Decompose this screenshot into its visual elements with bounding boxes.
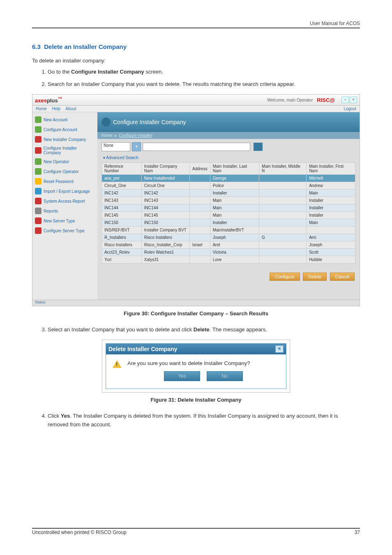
configure-button[interactable]: Configure — [270, 273, 300, 281]
sidebar-icon — [35, 168, 42, 175]
table-row[interactable]: INC150INC150InstallerMain — [102, 219, 355, 227]
step-2: Search for an Installer Company that you… — [48, 80, 360, 88]
panel-icon — [101, 118, 111, 127]
footer-left: Uncontrolled when printed © RISCO Group — [32, 530, 127, 535]
figure-31-dialog: Delete Installer Company × Are you sure … — [102, 340, 290, 393]
step-1: Go to the Configure Installer Company sc… — [48, 68, 360, 76]
panel-title: Configure Installer Company — [113, 119, 186, 125]
column-header[interactable]: Reference Number — [102, 163, 142, 175]
risco-logo: RISC@ — [317, 97, 335, 103]
menu-about[interactable]: About — [65, 106, 76, 111]
search-input[interactable] — [143, 143, 250, 151]
search-button[interactable] — [254, 143, 263, 151]
dialog-yes-button[interactable]: Yes — [164, 371, 200, 381]
table-row[interactable]: INC142INC142InstallerMain — [102, 190, 355, 197]
figure-30-caption: Figure 30: Configure Installer Company –… — [32, 310, 360, 317]
intro-text: To delete an installer company: — [32, 58, 360, 64]
sidebar-icon — [35, 188, 42, 194]
sidebar-icon — [35, 147, 42, 154]
sidebar-item[interactable]: Import / Export Language — [34, 186, 96, 196]
sidebar: New AccountConfigure AccountNew Installe… — [32, 112, 97, 300]
sidebar-icon — [35, 217, 42, 224]
dialog-message: Are you sure you want to delete Installe… — [127, 360, 279, 366]
sidebar-item[interactable]: Configure Account — [34, 125, 96, 134]
figure-30-app: axesplus™ Welcome, main Operator RISC@ –… — [32, 94, 360, 306]
cancel-button[interactable]: Cancel — [330, 273, 355, 281]
table-row[interactable]: R_InstallersRisco InstallersJosephGAmi — [102, 234, 355, 241]
table-row[interactable]: INC144INC144MainInstaller — [102, 204, 355, 212]
table-row[interactable]: ana_preNew InstallerabdGeorgeMitchell — [102, 175, 355, 182]
sidebar-icon — [35, 126, 42, 133]
menu-help[interactable]: Help — [52, 106, 60, 111]
sidebar-item[interactable]: System Access Report — [34, 196, 96, 206]
table-row[interactable]: Circuit_OneCircuit OnePoliceAndrew — [102, 182, 355, 190]
search-field-select[interactable]: None — [101, 142, 130, 151]
figure-31-caption: Figure 31: Delete Installer Company — [32, 397, 360, 403]
page-number: 37 — [355, 530, 360, 535]
column-header[interactable]: Main Installer, Last Nam — [210, 163, 259, 175]
app-logo: axesplus™ — [35, 96, 62, 104]
status-bar: Status — [32, 300, 360, 306]
column-header[interactable]: Installer Company Nam — [141, 163, 189, 175]
menu-logout[interactable]: Logout — [344, 106, 356, 111]
sidebar-icon — [35, 116, 42, 123]
sidebar-item[interactable]: Configure Installer Company — [34, 144, 96, 157]
step-4: Click Yes. The Installer Company is dele… — [48, 412, 360, 428]
sidebar-item[interactable]: Reset Password — [34, 176, 96, 186]
delete-button[interactable]: Delete — [303, 273, 327, 281]
section-heading: 6.3 Delete an Installer Company — [32, 43, 360, 50]
table-row[interactable]: INS/REF/BVTInstaller Company BVTMainInst… — [102, 227, 355, 234]
sidebar-item[interactable]: Configure Server Type — [34, 226, 96, 236]
table-row[interactable]: INC145INC145MainInstaller — [102, 212, 355, 219]
dialog-close-button[interactable]: × — [275, 345, 284, 353]
dialog-title: Delete Installer Company — [108, 346, 177, 352]
sidebar-item[interactable]: New Server Type — [34, 216, 96, 226]
column-header[interactable]: Address — [190, 163, 210, 175]
table-row[interactable]: Risco InstallersRisco_Installer_CorpIsra… — [102, 241, 355, 249]
step-3: Select an Installer Company that you wan… — [48, 326, 360, 334]
sidebar-icon — [35, 227, 42, 234]
sidebar-item[interactable]: Configure Operator — [34, 166, 96, 176]
sidebar-icon — [35, 158, 42, 165]
column-header[interactable]: Main Installer, First Nam — [307, 163, 355, 175]
breadcrumb: Home ▸ Configure Installer — [97, 132, 360, 139]
advanced-search-toggle[interactable]: ▾ Advanced Search — [97, 155, 360, 161]
sidebar-item[interactable]: New Installer Company — [34, 134, 96, 144]
sidebar-item[interactable]: Reports — [34, 206, 96, 216]
sidebar-icon — [35, 178, 42, 185]
table-row[interactable]: Acct23_RolevRolev Watches1VictoriaScott — [102, 249, 355, 256]
close-button[interactable]: × — [350, 97, 357, 103]
results-table: Reference NumberInstaller Company NamAdd… — [101, 162, 355, 264]
sidebar-item[interactable]: New Operator — [34, 157, 96, 166]
warning-icon — [113, 360, 122, 368]
search-field-dropdown[interactable]: ▾ — [132, 142, 141, 151]
table-row[interactable]: INC143INC143MainInstaller — [102, 197, 355, 204]
welcome-text: Welcome, main Operator — [267, 98, 313, 102]
menu-home[interactable]: Home — [36, 106, 47, 111]
page-header: User Manual for ACOS — [32, 21, 360, 28]
sidebar-item[interactable]: New Account — [34, 115, 96, 125]
dialog-no-button[interactable]: No — [207, 371, 243, 381]
sidebar-icon — [35, 208, 42, 214]
column-header[interactable]: Main Installer, Middle N — [259, 163, 307, 175]
sidebar-icon — [35, 136, 42, 143]
table-row[interactable]: YuriXalys31LoveHubble — [102, 256, 355, 264]
minimize-button[interactable]: – — [341, 97, 349, 103]
sidebar-icon — [35, 198, 42, 204]
